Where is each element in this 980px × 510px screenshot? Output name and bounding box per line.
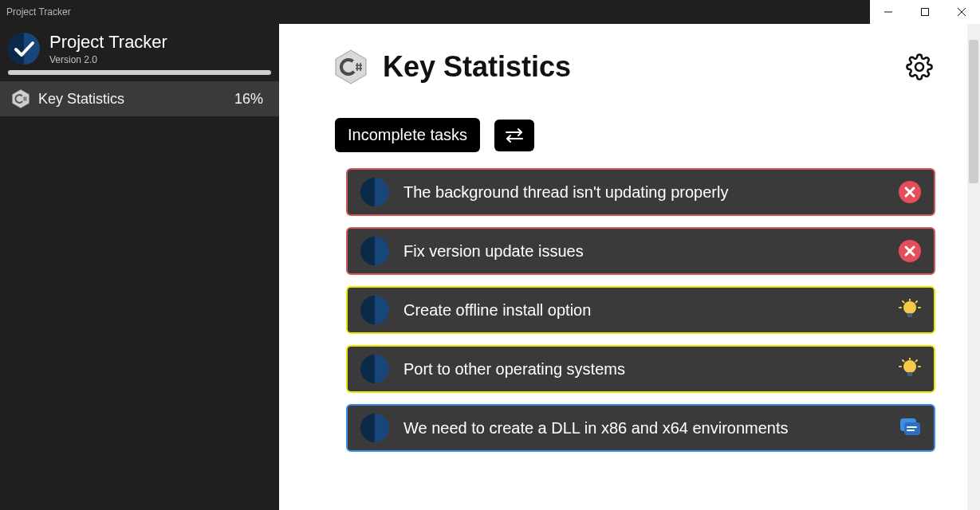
sidebar: Project Tracker Version 2.0 <box>0 24 279 510</box>
window-title: Project Tracker <box>6 6 71 18</box>
scroll-thumb[interactable] <box>969 40 978 183</box>
svg-rect-1 <box>922 9 929 16</box>
task-status-icon <box>899 240 921 262</box>
gear-icon <box>906 53 933 80</box>
task-row[interactable]: The background thread isn't updating pro… <box>346 168 935 216</box>
task-text: Create offline install option <box>403 301 884 320</box>
task-avatar <box>360 237 389 265</box>
swap-arrows-icon <box>504 128 525 143</box>
app-logo-icon <box>8 33 40 65</box>
page-header: Key Statistics <box>335 49 935 84</box>
swap-button[interactable] <box>494 120 534 151</box>
sidebar-item-label: Key Statistics <box>38 91 124 108</box>
window-controls <box>870 0 980 24</box>
sidebar-item-percent: 16% <box>234 91 263 108</box>
task-text: The background thread isn't updating pro… <box>403 183 884 202</box>
task-list: The background thread isn't updating pro… <box>346 168 935 452</box>
close-icon <box>957 7 966 17</box>
sidebar-progress <box>0 70 279 81</box>
sidebar-title: Project Tracker <box>49 32 167 53</box>
task-status-icon <box>899 358 921 380</box>
task-avatar <box>360 296 389 324</box>
task-status-icon <box>899 417 921 439</box>
filter-row: Incomplete tasks <box>335 118 935 152</box>
close-button[interactable] <box>943 0 980 24</box>
sidebar-subtitle: Version 2.0 <box>49 54 167 65</box>
maximize-icon <box>920 7 930 17</box>
task-text: Fix version update issues <box>403 242 884 261</box>
page-title: Key Statistics <box>383 50 571 84</box>
task-status-icon <box>899 299 921 321</box>
task-row[interactable]: We need to create a DLL in x86 and x64 e… <box>346 404 935 452</box>
task-row[interactable]: Port to other operating systems <box>346 345 935 393</box>
filter-label: Incomplete tasks <box>348 126 467 143</box>
minimize-icon <box>884 7 893 17</box>
scrollbar[interactable] <box>967 24 980 510</box>
sidebar-item-key-statistics[interactable]: Key Statistics 16% <box>0 81 279 116</box>
sidebar-header: Project Tracker Version 2.0 <box>0 24 279 70</box>
task-row[interactable]: Create offline install option <box>346 286 935 334</box>
csharp-hex-icon <box>335 49 367 84</box>
maximize-button[interactable] <box>907 0 943 24</box>
minimize-button[interactable] <box>870 0 907 24</box>
task-text: We need to create a DLL in x86 and x64 e… <box>403 419 884 437</box>
settings-button[interactable] <box>903 51 935 83</box>
app-window: Project Tracker Proj <box>0 0 980 510</box>
task-avatar <box>360 355 389 383</box>
task-text: Port to other operating systems <box>403 360 884 379</box>
csharp-hex-icon <box>11 89 30 108</box>
titlebar: Project Tracker <box>0 0 980 24</box>
content: Key Statistics Incomplete tasks <box>279 24 967 510</box>
sidebar-progress-fill <box>8 70 271 75</box>
app-body: Project Tracker Version 2.0 <box>0 24 980 510</box>
filter-incomplete-button[interactable]: Incomplete tasks <box>335 118 480 152</box>
main-area: Key Statistics Incomplete tasks <box>279 24 980 510</box>
task-avatar <box>360 178 389 206</box>
task-avatar <box>360 414 389 442</box>
task-status-icon <box>899 181 921 203</box>
task-row[interactable]: Fix version update issues <box>346 227 935 275</box>
